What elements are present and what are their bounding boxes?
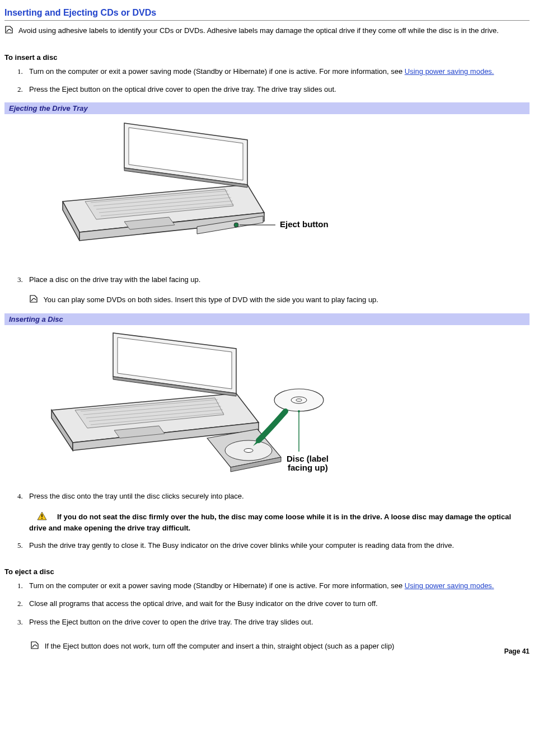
note-icon: [30, 641, 41, 652]
link-power-saving-modes[interactable]: Using power saving modes.: [405, 581, 494, 590]
insert-step-4: Press the disc onto the tray until the d…: [25, 491, 530, 533]
page-title: Inserting and Ejecting CDs or DVDs: [4, 8, 530, 21]
note-adhesive-labels: Avoid using adhesive labels to identify …: [4, 25, 530, 37]
warning-text: If you do not seat the disc firmly over …: [29, 513, 511, 532]
svg-point-14: [234, 223, 238, 227]
warning-seat-disc: If you do not seat the disc firmly over …: [29, 511, 530, 533]
eject-step-3: Press the Eject button on the drive cove…: [25, 617, 530, 627]
note-text: If the Eject button does not work, turn …: [45, 642, 395, 650]
insert-step-1: Turn on the computer or exit a power sav…: [25, 67, 530, 77]
page-number: Page 41: [504, 647, 530, 655]
step-text: Turn on the computer or exit a power sav…: [29, 581, 405, 590]
figure-caption-eject-tray: Ejecting the Drive Tray: [4, 102, 530, 114]
eject-heading: To eject a disc: [4, 567, 530, 577]
step-text: Press the Eject button on the optical dr…: [29, 85, 336, 93]
step-text: Close all programs that access the optic…: [29, 599, 378, 608]
note-text: You can play some DVDs on both sides. In…: [43, 295, 378, 303]
eject-step-2: Close all programs that access the optic…: [25, 599, 530, 609]
note-icon: [29, 294, 40, 306]
note-eject-fallback: If the Eject button does not work, turn …: [30, 641, 530, 652]
fig-label-disc-line1: Disc (label: [287, 454, 329, 463]
link-power-saving-modes[interactable]: Using power saving modes.: [405, 67, 494, 76]
figure-eject-tray: Eject button: [4, 114, 530, 270]
step-text: Press the disc onto the tray until the d…: [29, 492, 244, 500]
note-text: Avoid using adhesive labels to identify …: [18, 26, 499, 35]
note-dvd-both-sides: You can play some DVDs on both sides. In…: [29, 294, 530, 306]
insert-heading: To insert a disc: [4, 53, 530, 63]
step-text: Push the drive tray gently to close it. …: [29, 541, 454, 550]
note-icon: [4, 25, 16, 37]
svg-point-38: [298, 410, 300, 412]
step-text: Place a disc on the drive tray with the …: [29, 275, 200, 284]
warning-icon: [37, 511, 47, 523]
svg-rect-40: [41, 514, 43, 517]
insert-step-2: Press the Eject button on the optical dr…: [25, 84, 530, 95]
figure-inserting-disc: Disc (label facing up): [4, 325, 530, 487]
step-text: Turn on the computer or exit a power sav…: [29, 67, 405, 76]
fig-label-eject-button: Eject button: [280, 219, 329, 229]
fig-label-disc-line2: facing up): [288, 463, 328, 472]
figure-caption-inserting-disc: Inserting a Disc: [4, 313, 530, 325]
insert-step-3: Place a disc on the drive tray with the …: [25, 275, 530, 306]
step-text: Press the Eject button on the drive cove…: [29, 618, 313, 626]
svg-rect-41: [41, 518, 43, 519]
insert-step-5: Push the drive tray gently to close it. …: [25, 541, 530, 551]
svg-point-32: [244, 449, 253, 453]
svg-point-35: [296, 399, 302, 401]
eject-step-1: Turn on the computer or exit a power sav…: [25, 581, 530, 591]
